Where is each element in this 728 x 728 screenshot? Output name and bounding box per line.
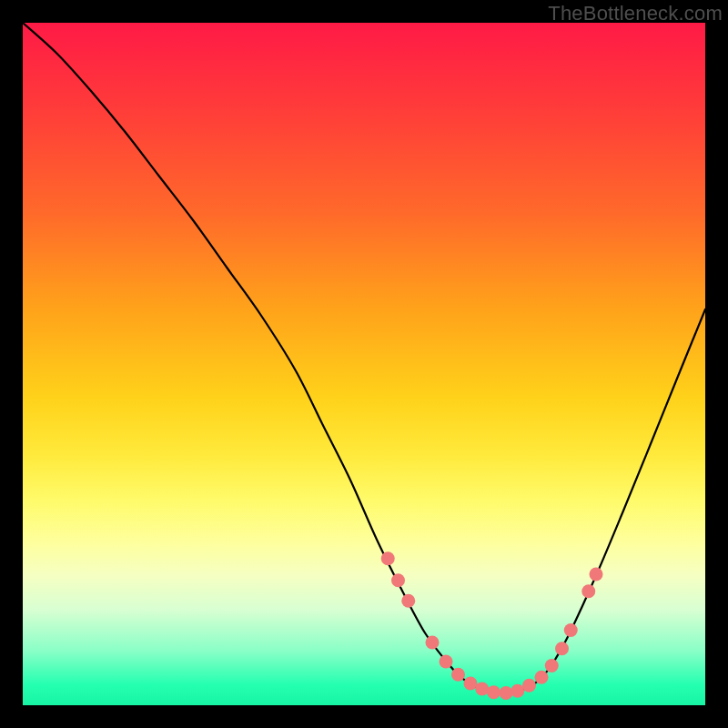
curve-dot	[590, 568, 603, 581]
curve-dot	[522, 679, 536, 693]
curve-dot	[464, 677, 478, 691]
curve-dot	[555, 642, 569, 655]
chart-frame: TheBottleneck.com	[0, 0, 728, 728]
curve-dots-group	[381, 551, 603, 700]
bottleneck-curve	[23, 23, 705, 693]
curve-dot	[511, 684, 524, 698]
curve-dot	[440, 655, 453, 669]
curve-dot	[451, 668, 465, 682]
curve-dot	[564, 623, 578, 637]
curve-dot	[475, 682, 489, 696]
curve-dot	[535, 671, 549, 684]
curve-dot	[500, 686, 513, 700]
curve-dot	[401, 594, 415, 608]
curve-svg	[23, 23, 705, 705]
curve-dot	[381, 551, 395, 565]
curve-dot	[487, 685, 500, 699]
curve-dot	[391, 573, 405, 587]
curve-dot	[545, 659, 559, 672]
plot-area	[23, 23, 705, 705]
curve-dot	[426, 636, 440, 650]
curve-dot	[581, 584, 595, 598]
